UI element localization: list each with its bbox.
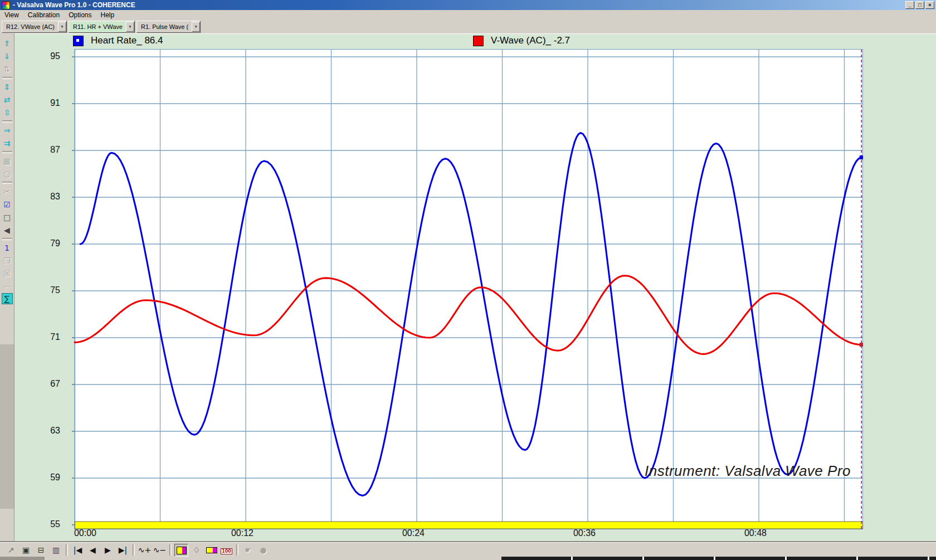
tab-1-label: R12. VWave (AC) xyxy=(6,23,55,30)
more-options-icon[interactable]: ⋯ xyxy=(1,280,13,293)
save-session-icon[interactable]: ▣ xyxy=(19,544,33,557)
cut-segment-icon[interactable]: ✂ xyxy=(1,186,13,198)
band-display-icon[interactable] xyxy=(204,544,218,557)
menu-calibration[interactable]: Calibration xyxy=(23,11,64,20)
go-start-icon[interactable]: |◀ xyxy=(71,544,85,557)
hand-tool-icon[interactable]: ☛ xyxy=(241,544,255,557)
heart-rate-cursor-marker xyxy=(860,155,863,159)
menu-view[interactable]: View xyxy=(0,11,23,20)
heart-rate-swatch-icon xyxy=(73,36,84,46)
tab-bar: R12. VWave (AC)▼R11. HR + VWave▼R1. Puls… xyxy=(0,20,936,34)
pan-forward-fast-icon[interactable]: ⇉ xyxy=(1,137,13,149)
v-wave-legend-label: V-Wave (AC)_ -2.7 xyxy=(491,35,570,46)
y-tick-95: 95 xyxy=(33,51,60,61)
audio-feedback-icon[interactable]: ◀ xyxy=(1,224,13,236)
x-tick-00-00: 00:00 xyxy=(67,528,103,538)
sum-grid-icon[interactable]: ∑ xyxy=(2,293,13,304)
session-counter-icon[interactable]: 1 xyxy=(1,242,13,254)
x-tick-00-36: 00:36 xyxy=(567,528,602,538)
swap-waves-icon[interactable]: ⇅ xyxy=(1,63,13,75)
step-back-icon[interactable]: ◀ xyxy=(86,544,100,557)
center-wave-icon[interactable]: ⇄ xyxy=(1,94,13,106)
close-box-icon[interactable]: ☒ xyxy=(1,267,13,280)
tab-3-dropdown-icon[interactable]: ▼ xyxy=(192,22,200,32)
window-layers-icon[interactable]: □ xyxy=(1,211,13,223)
go-end-icon[interactable]: ▶| xyxy=(116,544,130,557)
fit-wave-vertical-icon[interactable]: ⇕ xyxy=(1,81,13,93)
y-tick-71: 71 xyxy=(33,332,60,342)
milestone-100-icon[interactable]: 100 xyxy=(220,544,233,557)
close-button[interactable]: × xyxy=(925,1,934,9)
marker-display-icon[interactable]: ♢ xyxy=(189,544,203,557)
menu-options[interactable]: Options xyxy=(64,11,96,20)
scroll-wave-down-icon[interactable]: ⇓ xyxy=(1,50,13,62)
menu-help[interactable]: Help xyxy=(96,11,119,20)
tab-3-label: R1. Pulse Wave ( xyxy=(141,23,188,30)
x-tick-00-48: 00:48 xyxy=(738,528,773,538)
taskbar-segments xyxy=(501,557,936,560)
v-wave-legend: V-Wave (AC)_ -2.7 xyxy=(473,35,570,46)
threshold-display-icon[interactable] xyxy=(174,544,188,557)
tab-3[interactable]: R1. Pulse Wave (▼ xyxy=(136,21,201,33)
pan-forward-icon[interactable]: ⇒ xyxy=(1,124,13,137)
minimize-button[interactable]: _ xyxy=(905,1,914,9)
window-controls: _ □ × xyxy=(905,1,936,9)
tab-1[interactable]: R12. VWave (AC)▼ xyxy=(2,21,67,33)
app-icon xyxy=(2,1,10,9)
menu-bar: ViewCalibrationOptionsHelp xyxy=(0,10,936,20)
waveform-chart xyxy=(71,49,863,529)
y-tick-63: 63 xyxy=(33,426,60,436)
x-tick-00-12: 00:12 xyxy=(225,528,260,538)
v-wave-cursor-marker xyxy=(860,343,863,347)
y-tick-55: 55 xyxy=(33,519,60,529)
y-tick-59: 59 xyxy=(33,473,60,483)
histogram-view-icon[interactable]: ▦ xyxy=(1,155,13,167)
expand-wave-vertical-icon[interactable]: ⇳ xyxy=(1,106,13,119)
y-tick-83: 83 xyxy=(33,192,60,202)
tab-2-label: R11. HR + VWave xyxy=(73,23,123,30)
zoom-tool-icon[interactable]: ○ xyxy=(1,168,13,180)
title-bar: - Valsalva Wave Pro 1.0 - COHERENCE _ □ … xyxy=(0,0,936,10)
hint-bulb-icon[interactable]: ● xyxy=(256,544,270,557)
tab-1-dropdown-icon[interactable]: ▼ xyxy=(58,22,66,32)
heart-rate-legend-label: Heart Rate_ 86.4 xyxy=(91,35,163,46)
y-tick-75: 75 xyxy=(33,285,60,295)
y-tick-91: 91 xyxy=(33,98,60,108)
tab-2[interactable]: R11. HR + VWave▼ xyxy=(69,21,135,33)
left-toolbar-lower-panel xyxy=(0,344,14,509)
v-wave-swatch-icon xyxy=(473,36,484,46)
y-tick-87: 87 xyxy=(33,145,60,155)
instrument-annotation: Instrument: Valsalva Wave Pro xyxy=(639,462,851,480)
restore-button[interactable]: □ xyxy=(915,1,924,9)
tab-2-dropdown-icon[interactable]: ▼ xyxy=(126,22,134,32)
report-chart-icon[interactable]: ▥ xyxy=(49,544,63,557)
marker-add-icon[interactable]: ∿+ xyxy=(138,544,152,557)
step-forward-icon[interactable]: ▶ xyxy=(101,544,115,557)
window-title: - Valsalva Wave Pro 1.0 - COHERENCE xyxy=(13,1,135,9)
select-waves-icon[interactable]: ☑ xyxy=(1,198,13,211)
shape-tool-icon[interactable]: ❒ xyxy=(1,255,13,267)
y-tick-67: 67 xyxy=(33,379,60,389)
heart-rate-legend: Heart Rate_ 86.4 xyxy=(73,35,163,46)
y-tick-79: 79 xyxy=(33,238,60,249)
scroll-wave-up-icon[interactable]: ⇑ xyxy=(1,37,13,50)
marker-remove-icon[interactable]: ∿− xyxy=(153,544,167,557)
heart-rate-swatch-dot xyxy=(76,39,79,42)
print-icon[interactable]: ⊟ xyxy=(34,544,48,557)
status-strip-left-block xyxy=(0,557,45,560)
export-view-icon[interactable]: ↗ xyxy=(4,544,18,557)
bottom-toolbar: ↗▣⊟▥|◀◀▶▶|∿+∿−♢100☛● xyxy=(0,542,936,557)
x-tick-00-24: 00:24 xyxy=(396,528,431,538)
